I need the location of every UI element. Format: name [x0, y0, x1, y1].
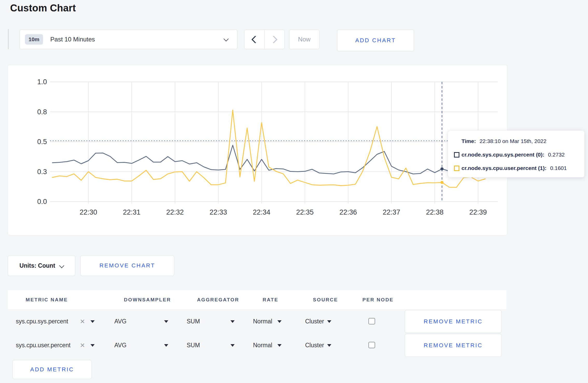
series-user-swatch-icon: [454, 166, 459, 171]
caret-down-icon: [164, 344, 168, 347]
remove-metric-x-icon[interactable]: ✕: [80, 310, 85, 333]
x-axis-tick-label: 22:35: [296, 208, 314, 216]
header-metric-name: METRIC NAME: [26, 290, 68, 309]
caret-down-icon: [277, 320, 282, 323]
toolbar-divider: [8, 29, 9, 49]
remove-metric-button[interactable]: REMOVE METRIC: [405, 334, 502, 357]
caret-down-icon: [277, 344, 282, 347]
caret-down-icon: [90, 320, 95, 323]
x-axis-tick-label: 22:34: [253, 208, 270, 216]
metric-name-select[interactable]: sys.cpu.user.percent: [16, 334, 71, 357]
caret-down-icon: [230, 344, 235, 347]
time-range-select[interactable]: 10m Past 10 Minutes: [19, 30, 237, 49]
downsampler-select[interactable]: AVG: [114, 334, 127, 357]
downsampler-caret[interactable]: [164, 334, 168, 357]
y-axis-tick-label: 0.0: [37, 198, 47, 205]
metrics-table-header: METRIC NAME DOWNSAMPLER AGGREGATOR RATE …: [8, 290, 506, 309]
remove-metric-button[interactable]: REMOVE METRIC: [405, 310, 502, 333]
units-select[interactable]: Units: Count: [8, 255, 75, 276]
y-axis-tick-label: 0.5: [37, 138, 47, 146]
hover-point-sys: [440, 167, 444, 171]
source-caret[interactable]: [327, 310, 331, 333]
source-select[interactable]: Cluster: [305, 334, 324, 357]
units-label: Units: Count: [19, 262, 55, 269]
chart-card: 0.00.30.50.81.022:3022:3122:3222:3322:34…: [8, 65, 507, 235]
x-axis-tick-label: 22:32: [166, 208, 184, 216]
time-range-badge: 10m: [25, 34, 43, 45]
header-rate: RATE: [263, 290, 278, 309]
header-source: SOURCE: [313, 290, 338, 309]
prev-time-button[interactable]: [244, 30, 265, 49]
metric-name-select[interactable]: sys.cpu.sys.percent: [16, 310, 68, 333]
series-sys-swatch-icon: [454, 152, 459, 158]
tooltip-series-value: 0.1601: [550, 165, 567, 171]
rate-select[interactable]: Normal: [253, 310, 272, 333]
aggregator-caret[interactable]: [230, 334, 235, 357]
header-downsampler: DOWNSAMPLER: [124, 290, 171, 309]
remove-chart-button[interactable]: REMOVE CHART: [80, 255, 174, 276]
chevron-left-icon: [251, 36, 259, 43]
x-axis-tick-label: 22:33: [209, 208, 227, 216]
x-axis-tick-label: 22:30: [80, 208, 97, 216]
metric-name-caret[interactable]: [90, 310, 95, 333]
time-pager: [244, 30, 285, 49]
rate-caret[interactable]: [277, 334, 282, 357]
cpu-usage-chart[interactable]: 0.00.30.50.81.022:3022:3122:3222:3322:34…: [8, 65, 507, 235]
y-axis-tick-label: 0.8: [37, 108, 47, 116]
series-line-user: [52, 110, 485, 187]
tooltip-series-row: cr.node.sys.cpu.user.percent (1): 0.1601: [448, 161, 584, 175]
header-aggregator: AGGREGATOR: [197, 290, 239, 309]
x-axis-tick-label: 22:39: [469, 208, 487, 216]
tooltip-time-label: Time:: [461, 138, 476, 144]
per-node-checkbox[interactable]: [368, 318, 375, 324]
aggregator-select[interactable]: SUM: [187, 310, 200, 333]
hover-point-user: [440, 181, 444, 184]
x-axis-tick-label: 22:31: [123, 208, 141, 216]
table-row: sys.cpu.user.percent✕AVGSUMNormalCluster…: [0, 334, 588, 357]
rate-caret[interactable]: [277, 310, 282, 333]
tooltip-series-row: cr.node.sys.cpu.sys.percent (0): 0.2732: [448, 148, 584, 161]
caret-down-icon: [327, 320, 331, 323]
source-select[interactable]: Cluster: [305, 310, 324, 333]
tooltip-time-row: Time: 22:38:10 on Mar 15th, 2022: [448, 134, 584, 148]
caret-down-icon: [327, 344, 331, 347]
custom-chart-page: Custom Chart 10m Past 10 Minutes Now ADD…: [0, 0, 588, 383]
tooltip-series-value: 0.2732: [548, 152, 565, 158]
chevron-down-icon: [59, 263, 64, 268]
rate-select[interactable]: Normal: [253, 334, 272, 357]
next-time-button[interactable]: [265, 30, 285, 49]
chart-tooltip: Time: 22:38:10 on Mar 15th, 2022 cr.node…: [448, 130, 585, 178]
tooltip-time-value: 22:38:10 on Mar 15th, 2022: [480, 138, 547, 144]
tooltip-series-label: cr.node.sys.cpu.user.percent (1):: [461, 165, 547, 171]
x-axis-tick-label: 22:38: [426, 208, 444, 216]
metric-name-caret[interactable]: [90, 334, 95, 357]
time-range-label: Past 10 Minutes: [50, 36, 95, 43]
chevron-right-icon: [270, 36, 278, 43]
remove-metric-x-icon[interactable]: ✕: [80, 334, 85, 357]
downsampler-select[interactable]: AVG: [114, 310, 127, 333]
now-button[interactable]: Now: [289, 30, 319, 49]
source-caret[interactable]: [327, 334, 331, 357]
y-axis-tick-label: 0.3: [37, 168, 47, 176]
page-title: Custom Chart: [10, 3, 76, 14]
add-metric-button[interactable]: ADD METRIC: [12, 360, 92, 379]
table-row: sys.cpu.sys.percent✕AVGSUMNormalClusterR…: [0, 310, 588, 333]
y-axis-tick-label: 1.0: [37, 78, 47, 86]
x-axis-tick-label: 22:37: [383, 208, 400, 216]
chevron-down-icon: [223, 36, 229, 41]
caret-down-icon: [90, 344, 95, 347]
aggregator-select[interactable]: SUM: [187, 334, 200, 357]
x-axis-tick-label: 22:36: [339, 208, 357, 216]
caret-down-icon: [164, 320, 168, 323]
series-line-sys: [52, 145, 485, 174]
downsampler-caret[interactable]: [164, 310, 168, 333]
tooltip-series-label: cr.node.sys.cpu.sys.percent (0):: [461, 152, 544, 158]
aggregator-caret[interactable]: [230, 310, 235, 333]
header-per-node: PER NODE: [362, 290, 394, 309]
per-node-checkbox[interactable]: [368, 342, 375, 348]
caret-down-icon: [230, 320, 235, 323]
add-chart-button[interactable]: ADD CHART: [337, 30, 414, 51]
